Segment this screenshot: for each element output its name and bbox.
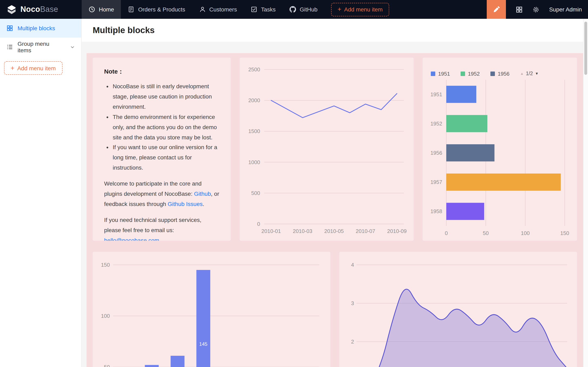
note-paragraph: Welcome to participate in the core and p… <box>104 179 219 209</box>
top-nav-item-label: Tasks <box>261 6 276 13</box>
blocks-canvas: Note： NocoBase is still in early develop… <box>87 53 583 367</box>
top-add-menu-item-button[interactable]: + Add menu item <box>331 3 389 16</box>
app-logo[interactable]: NocoBase <box>0 0 82 19</box>
legend-item-1951[interactable]: 1951 <box>431 70 450 77</box>
legend-label: 1956 <box>498 70 510 77</box>
legend-item-1952[interactable]: 1952 <box>461 70 480 77</box>
svg-text:0: 0 <box>445 230 448 236</box>
top-nav-item-label: GitHub <box>300 6 317 13</box>
column-chart: 15010050145 <box>93 252 330 367</box>
top-nav-item-label: Customers <box>209 6 237 13</box>
top-nav-item-home[interactable]: Home <box>82 0 121 19</box>
svg-text:150: 150 <box>101 262 110 268</box>
column-chart-block: 15010050145 <box>93 252 330 367</box>
note-bullet-list: NocoBase is still in early development s… <box>104 81 219 173</box>
svg-text:2010-03: 2010-03 <box>293 228 312 234</box>
svg-text:100: 100 <box>521 230 530 236</box>
ui-editor-button[interactable] <box>487 0 506 19</box>
svg-text:2500: 2500 <box>248 67 260 73</box>
top-nav-item-tasks[interactable]: Tasks <box>244 0 282 19</box>
legend-page-indicator: 1/2 <box>526 71 533 76</box>
sidebar-item-group-menu-items[interactable]: Group menu items <box>0 38 81 56</box>
area-chart-block: 432 <box>339 252 577 367</box>
plugin-manager-icon[interactable] <box>516 6 523 13</box>
svg-text:145: 145 <box>199 341 207 347</box>
sidebar-add-menu-item-button[interactable]: + Add menu item <box>4 61 62 75</box>
svg-text:2010-01: 2010-01 <box>261 228 281 234</box>
sidebar: Multiple blocksGroup menu items + Add me… <box>0 19 82 367</box>
logo-light: Base <box>40 5 58 14</box>
ui-editor-pen-icon <box>493 6 500 13</box>
sidebar-item-label: Multiple blocks <box>17 25 55 32</box>
sidebar-menu: Multiple blocksGroup menu items <box>0 19 81 56</box>
blocks-icon <box>7 25 13 32</box>
github-issues-link[interactable]: Github Issues <box>168 201 202 207</box>
svg-text:2010-07: 2010-07 <box>356 228 375 234</box>
legend-item-1956[interactable]: 1956 <box>491 70 510 77</box>
svg-text:2000: 2000 <box>248 97 260 103</box>
orders-icon <box>128 6 135 13</box>
logo-text: NocoBase <box>20 5 58 14</box>
svg-text:1000: 1000 <box>248 159 260 165</box>
area-chart: 432 <box>339 252 577 367</box>
top-add-menu-item-label: Add menu item <box>344 6 383 13</box>
top-nav-item-label: Orders & Products <box>138 6 185 13</box>
chart-legend: 195119521956▲1/2▼ <box>431 70 571 77</box>
svg-text:3: 3 <box>351 300 354 306</box>
list-icon <box>7 44 13 50</box>
github-icon <box>290 6 296 13</box>
top-nav-item-github[interactable]: GitHub <box>282 0 324 19</box>
svg-text:50: 50 <box>483 230 489 236</box>
top-nav-item-orders-products[interactable]: Orders & Products <box>121 0 192 19</box>
customers-icon <box>199 6 206 13</box>
svg-text:2: 2 <box>351 339 354 345</box>
current-user[interactable]: Super Admin <box>549 6 582 13</box>
sidebar-item-label: Group menu items <box>17 41 64 54</box>
top-nav-item-label: Home <box>99 6 114 13</box>
screen: NocoBase HomeOrders & ProductsCustomersT… <box>0 0 588 367</box>
legend-swatch <box>431 71 435 76</box>
svg-text:1952: 1952 <box>430 121 442 127</box>
plus-icon: + <box>11 65 15 71</box>
page-title: Multiple blocks <box>93 25 154 35</box>
nocobase-app: NocoBase HomeOrders & ProductsCustomersT… <box>0 0 588 367</box>
svg-text:4: 4 <box>351 262 354 268</box>
tasks-icon <box>251 6 257 13</box>
legend-label: 1951 <box>438 70 450 77</box>
sidebar-item-multiple-blocks[interactable]: Multiple blocks <box>0 19 81 38</box>
email-link[interactable]: hello@nocobase.com <box>104 237 159 241</box>
svg-text:2010-09: 2010-09 <box>387 228 406 234</box>
note-bullet: NocoBase is still in early development s… <box>113 81 219 112</box>
note-paragraph: If you need technical support services, … <box>104 215 219 241</box>
bar-chart-block: 195119521956▲1/2▼ 0501001501951195219561… <box>423 58 577 241</box>
github-link[interactable]: Github <box>194 191 211 197</box>
line-chart-block: 050010001500200025002010-012010-032010-0… <box>240 58 414 241</box>
chevron-down-icon <box>70 45 75 49</box>
line-chart: 050010001500200025002010-012010-032010-0… <box>240 58 414 241</box>
home-icon <box>89 6 95 13</box>
main-content: Multiple blocks Note： NocoBase is still … <box>82 19 588 367</box>
svg-text:0: 0 <box>257 221 260 227</box>
svg-text:100: 100 <box>101 313 110 319</box>
note-text: Welcome to participate in the core and p… <box>104 180 201 197</box>
page-header: Multiple blocks <box>82 19 588 42</box>
svg-text:50: 50 <box>104 364 110 367</box>
legend-swatch <box>491 71 495 76</box>
sidebar-add-menu-item-label: Add menu item <box>17 65 56 71</box>
blocks-row-1: Note： NocoBase is still in early develop… <box>93 58 577 241</box>
top-nav-right: Super Admin <box>487 0 588 19</box>
legend-pager: ▲1/2▼ <box>520 71 539 76</box>
note-title: Note： <box>104 68 219 75</box>
svg-text:500: 500 <box>251 190 260 196</box>
settings-gear-icon[interactable] <box>532 6 540 13</box>
svg-text:1957: 1957 <box>430 179 442 185</box>
top-nav-item-customers[interactable]: Customers <box>192 0 244 19</box>
svg-text:1500: 1500 <box>248 128 260 134</box>
logo-bold: Noco <box>20 5 40 14</box>
svg-text:1951: 1951 <box>430 91 442 98</box>
scrollbar-thumb[interactable] <box>584 22 587 75</box>
legend-page-next-icon[interactable]: ▼ <box>535 72 539 75</box>
legend-page-prev-icon[interactable]: ▲ <box>520 72 524 75</box>
note-block: Note： NocoBase is still in early develop… <box>93 58 231 241</box>
note-bullet: If you want to use our online version fo… <box>113 142 219 173</box>
